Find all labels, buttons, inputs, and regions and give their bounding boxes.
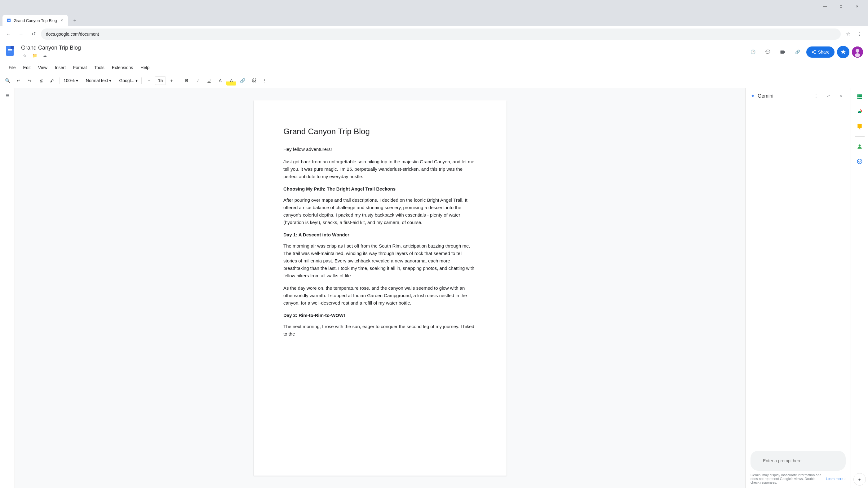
menu-view[interactable]: View bbox=[34, 62, 51, 73]
maximize-button[interactable]: □ bbox=[834, 2, 848, 10]
new-tab-button[interactable]: + bbox=[69, 15, 80, 26]
underline-button[interactable]: U bbox=[204, 75, 214, 86]
share-button[interactable]: Share bbox=[806, 46, 835, 58]
tab-bar: W Grand Canyon Trip Blog × + bbox=[0, 12, 868, 26]
svg-point-9 bbox=[855, 53, 860, 57]
bookmark-button[interactable]: ☆ bbox=[843, 29, 853, 39]
gemini-fab-button[interactable] bbox=[837, 46, 849, 58]
gemini-more-button[interactable]: ⋮ bbox=[811, 91, 821, 101]
print-button[interactable]: 🖨 bbox=[36, 75, 46, 86]
doc-heading-3: Day 2: Rim-to-Rim-to-WOW! bbox=[283, 312, 477, 319]
paint-format-button[interactable]: 🖌 bbox=[47, 75, 57, 86]
svg-point-17 bbox=[858, 144, 861, 147]
svg-point-8 bbox=[856, 49, 859, 53]
doc-para-4: The morning air was crisp as I set off f… bbox=[283, 242, 477, 280]
highlight-button[interactable]: A bbox=[226, 75, 236, 86]
comment-button[interactable]: 💬 bbox=[762, 46, 774, 58]
search-toolbar-btn[interactable]: 🔍 bbox=[2, 75, 12, 86]
gemini-prompt-input[interactable] bbox=[757, 455, 839, 467]
decrease-font-btn[interactable]: − bbox=[144, 75, 154, 86]
gemini-disclaimer: Gemini may display inaccurate informatio… bbox=[750, 473, 846, 484]
redo-button[interactable]: ↪ bbox=[25, 75, 35, 86]
user-avatar[interactable] bbox=[852, 46, 863, 58]
svg-rect-3 bbox=[10, 46, 13, 49]
menu-bar: File Edit View Insert Format Tools Exten… bbox=[0, 62, 868, 73]
contacts-sidebar-icon[interactable] bbox=[854, 140, 866, 153]
svg-rect-14 bbox=[858, 124, 862, 128]
gemini-expand-button[interactable]: ⤢ bbox=[824, 91, 833, 101]
address-bar[interactable]: docs.google.com/document bbox=[41, 29, 841, 40]
chevron-right-icon: › bbox=[844, 477, 846, 481]
svg-text:W: W bbox=[7, 19, 10, 22]
menu-file[interactable]: File bbox=[5, 62, 20, 73]
menu-edit[interactable]: Edit bbox=[20, 62, 34, 73]
title-bar: — □ × bbox=[0, 0, 868, 12]
outline-button[interactable]: ☰ bbox=[2, 91, 12, 100]
right-sidebar-divider bbox=[855, 136, 865, 137]
increase-font-btn[interactable]: + bbox=[166, 75, 176, 86]
italic-button[interactable]: I bbox=[193, 75, 203, 86]
toolbar: 🔍 ↩ ↪ 🖨 🖌 100% ▾ Normal text ▾ Googl... … bbox=[0, 73, 868, 88]
docs-title[interactable]: Grand Canyon Trip Blog bbox=[21, 44, 743, 51]
history-button[interactable]: 🕐 bbox=[747, 46, 759, 58]
doc-title: Grand Canyon Trip Blog bbox=[283, 125, 477, 138]
text-color-button[interactable]: A bbox=[215, 75, 225, 86]
menu-tools[interactable]: Tools bbox=[91, 62, 108, 73]
image-button[interactable]: 🖼 bbox=[249, 75, 258, 86]
docs-title-area: Grand Canyon Trip Blog ☆ 📁 ☁ bbox=[21, 44, 743, 59]
back-button[interactable]: ← bbox=[4, 29, 13, 39]
gemini-body bbox=[746, 104, 850, 447]
divider-3 bbox=[115, 77, 115, 84]
minimize-button[interactable]: — bbox=[818, 2, 832, 10]
menu-insert[interactable]: Insert bbox=[51, 62, 69, 73]
docs-header-actions: 🕐 💬 🔗 Share bbox=[747, 46, 863, 58]
folder-button[interactable]: 📁 bbox=[31, 52, 38, 59]
undo-button[interactable]: ↩ bbox=[13, 75, 24, 86]
bold-button[interactable]: B bbox=[182, 75, 192, 86]
browser-menu-button[interactable]: ⋮ bbox=[855, 29, 864, 39]
tasks-sidebar-icon[interactable] bbox=[854, 155, 866, 168]
reload-button[interactable]: ↺ bbox=[29, 29, 38, 39]
nav-actions: ☆ ⋮ bbox=[843, 29, 864, 39]
doc-para-2: Just got back from an unforgettable solo… bbox=[283, 158, 477, 180]
forward-button[interactable]: → bbox=[16, 29, 26, 39]
doc-heading-2: Day 1: A Descent into Wonder bbox=[283, 231, 477, 238]
tab-favicon: W bbox=[6, 18, 11, 23]
gemini-panel: ✦ Gemini ⋮ ⤢ × Gemini may display inaccu… bbox=[745, 88, 850, 488]
menu-extensions[interactable]: Extensions bbox=[108, 62, 137, 73]
more-toolbar-btn[interactable]: ⋮ bbox=[260, 75, 270, 86]
browser-window: — □ × W Grand Canyon Trip Blog × + ← → ↺… bbox=[0, 0, 868, 488]
close-window-button[interactable]: × bbox=[850, 2, 864, 10]
doc-para-5: As the day wore on, the temperature rose… bbox=[283, 285, 477, 307]
link-button[interactable]: 🔗 bbox=[792, 46, 804, 58]
keep-sidebar-icon[interactable] bbox=[854, 120, 866, 133]
star-button[interactable]: ☆ bbox=[21, 52, 29, 59]
meet-button[interactable] bbox=[777, 46, 789, 58]
gemini-footer: Gemini may display inaccurate informatio… bbox=[746, 447, 850, 488]
doc-para-1: Hey fellow adventurers! bbox=[283, 145, 477, 153]
menu-format[interactable]: Format bbox=[69, 62, 91, 73]
main-content: ☰ Grand Canyon Trip Blog Hey fellow adve… bbox=[0, 88, 868, 488]
style-select[interactable]: Normal text ▾ bbox=[85, 75, 113, 86]
doc-area[interactable]: Grand Canyon Trip Blog Hey fellow advent… bbox=[15, 88, 745, 488]
nav-bar: ← → ↺ docs.google.com/document ☆ ⋮ bbox=[0, 26, 868, 42]
sheets-sidebar-icon[interactable] bbox=[854, 91, 866, 103]
menu-help[interactable]: Help bbox=[137, 62, 153, 73]
font-select[interactable]: Googl... ▾ bbox=[118, 75, 139, 86]
tab-close-button[interactable]: × bbox=[59, 18, 64, 23]
gemini-close-button[interactable]: × bbox=[836, 91, 846, 101]
doc-sidebar: ☰ bbox=[0, 88, 15, 488]
divider-2 bbox=[82, 77, 82, 84]
app-container: Grand Canyon Trip Blog ☆ 📁 ☁ 🕐 💬 🔗 Share bbox=[0, 42, 868, 488]
title-bar-controls: — □ × bbox=[818, 2, 864, 10]
font-size-input[interactable] bbox=[155, 76, 166, 85]
cloud-button[interactable]: ☁ bbox=[41, 52, 49, 59]
gemini-disclaimer-text: Gemini may display inaccurate informatio… bbox=[750, 473, 825, 484]
zoom-select[interactable]: 100% ▾ bbox=[62, 75, 80, 86]
learn-more-link[interactable]: Learn more bbox=[826, 477, 843, 481]
add-sidebar-button[interactable]: + bbox=[854, 473, 866, 486]
link-button[interactable]: 🔗 bbox=[238, 75, 247, 86]
active-tab[interactable]: W Grand Canyon Trip Blog × bbox=[2, 15, 68, 26]
divider-5 bbox=[179, 77, 179, 84]
drive-sidebar-icon[interactable] bbox=[854, 105, 866, 118]
